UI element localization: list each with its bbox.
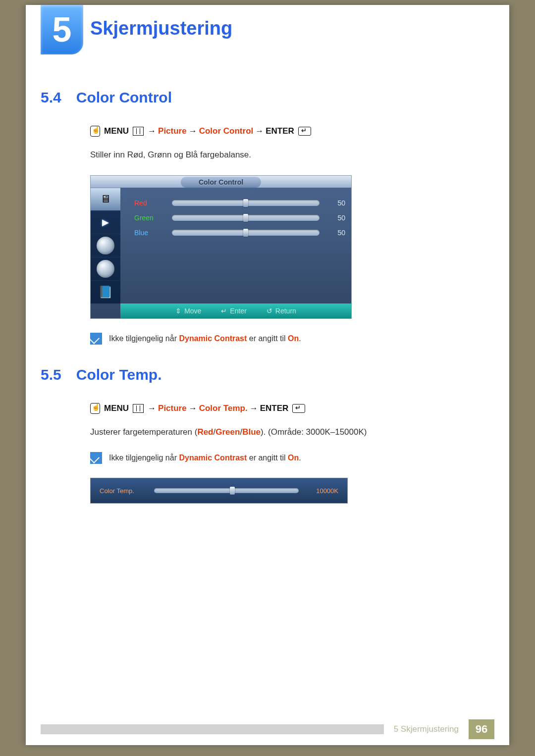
arrow-icon: → [189, 403, 197, 413]
osd-footer-move: Move [175, 307, 201, 315]
osd-color-temp-label: Color Temp. [100, 487, 154, 495]
slider-label-green: Green [134, 214, 164, 222]
slider-label-blue: Blue [134, 229, 164, 237]
chapter-number: 5 [53, 10, 72, 50]
osd-color-temp-value: 10000K [299, 487, 338, 495]
section-description: Stiller inn Rød, Grønn og Blå fargebalan… [90, 149, 484, 161]
desc-green: Green [215, 427, 240, 437]
slider-track-red[interactable] [172, 200, 320, 206]
desc-post: ). (Område: 3000K–15000K) [261, 427, 367, 437]
arrow-icon: → [255, 126, 264, 136]
osd-title: Color Control [181, 177, 261, 188]
arrow-icon: → [148, 126, 156, 136]
screens-icon [133, 127, 144, 136]
slider-track-green[interactable] [172, 215, 320, 221]
round-icon [97, 260, 114, 278]
path-picture: Picture [158, 126, 187, 136]
chapter-badge: 5 [41, 5, 83, 54]
path-enter: ENTER [260, 403, 289, 413]
note-text: Ikke tilgjengelig når Dynamic Contrast e… [109, 452, 301, 464]
note-pre: Ikke tilgjengelig når [109, 454, 179, 462]
desc-blue: Blue [242, 427, 261, 437]
note-5-5: Ikke tilgjengelig når Dynamic Contrast e… [90, 452, 484, 464]
osd-color-temp: Color Temp. 10000K [90, 478, 348, 504]
hand-icon [90, 126, 100, 137]
section-number: 5.4 [41, 89, 61, 106]
section-title: Color Control [76, 89, 172, 106]
arrow-icon: → [250, 403, 258, 413]
section-title: Color Temp. [76, 366, 162, 383]
slider-value-red: 50 [327, 199, 345, 207]
note-icon [90, 333, 102, 345]
note-dynamic-contrast: Dynamic Contrast [179, 334, 247, 343]
path-enter: ENTER [266, 126, 294, 136]
slider-thumb[interactable] [243, 229, 248, 237]
footer-page-number: 96 [469, 719, 494, 739]
slider-row-green: Green 50 [134, 210, 345, 225]
note-5-4: Ikke tilgjengelig når Dynamic Contrast e… [90, 333, 484, 345]
path-color-control: Color Control [199, 126, 254, 136]
path-picture: Picture [158, 403, 187, 413]
note-dynamic-contrast: Dynamic Contrast [179, 454, 247, 462]
osd-tab-input[interactable] [91, 188, 120, 211]
round-icon [97, 237, 114, 254]
note-post: . [299, 334, 301, 343]
screens-icon [133, 404, 144, 413]
osd-color-control: Color Control Red 50 Green 50 [90, 175, 352, 319]
note-icon [90, 452, 102, 464]
slider-value-blue: 50 [327, 229, 345, 237]
note-on: On [288, 334, 299, 343]
arrow-icon: → [148, 403, 156, 413]
note-pre: Ikke tilgjengelig når [109, 334, 179, 343]
path-color-temp: Color Temp. [199, 403, 248, 413]
osd-footer-return: Return [267, 307, 296, 315]
page-footer: 5 Skjermjustering 96 [41, 719, 494, 739]
slider-row-blue: Blue 50 [134, 225, 345, 240]
chapter-title: Skjermjustering [90, 18, 232, 39]
osd-body: Red 50 Green 50 Blue 50 [120, 188, 351, 303]
osd-tab-3[interactable] [91, 234, 120, 257]
note-mid: er angitt til [247, 454, 288, 462]
slider-thumb[interactable] [243, 214, 248, 222]
desc-red: Red [197, 427, 213, 437]
footer-bar [41, 724, 384, 734]
osd-tab-play[interactable] [91, 210, 120, 234]
enter-icon [292, 404, 305, 413]
content: 5.4 Color Control MENU → Picture → Color… [41, 89, 484, 517]
osd-footer: Move Enter Return [120, 303, 351, 318]
note-post: . [299, 454, 301, 462]
note-mid: er angitt til [247, 334, 288, 343]
section-description-5-5: Justerer fargetemperaturen (Red/Green/Bl… [90, 426, 484, 439]
path-menu: MENU [104, 126, 129, 136]
play-icon [102, 217, 109, 228]
note-on: On [288, 454, 299, 462]
osd-tab-4[interactable] [91, 257, 120, 280]
arrow-icon: → [189, 126, 197, 136]
books-icon [98, 285, 113, 299]
slider-thumb[interactable] [243, 199, 248, 207]
slider-thumb[interactable] [230, 487, 235, 495]
osd-left-column [91, 188, 120, 303]
slider-track-blue[interactable] [172, 230, 320, 236]
hand-icon [90, 403, 100, 414]
tv-icon [100, 193, 111, 205]
path-menu: MENU [104, 403, 129, 413]
slider-label-red: Red [134, 199, 164, 207]
osd-footer-enter: Enter [221, 307, 246, 315]
section-heading-5-5: 5.5 Color Temp. [41, 366, 484, 383]
desc-pre: Justerer fargetemperaturen ( [90, 427, 197, 437]
menu-path-5-4: MENU → Picture → Color Control → ENTER [90, 126, 484, 137]
enter-icon [298, 127, 311, 136]
section-number: 5.5 [41, 366, 61, 383]
section-heading-5-4: 5.4 Color Control [41, 89, 484, 106]
slider-value-green: 50 [327, 214, 345, 222]
menu-path-5-5: MENU → Picture → Color Temp. → ENTER [90, 403, 484, 414]
note-text: Ikke tilgjengelig når Dynamic Contrast e… [109, 333, 301, 345]
page: 5 Skjermjustering 5.4 Color Control MENU… [26, 5, 509, 745]
slider-track-color-temp[interactable] [154, 488, 299, 493]
slider-row-red: Red 50 [134, 196, 345, 210]
footer-label: 5 Skjermjustering [389, 724, 464, 734]
osd-tab-books[interactable] [91, 280, 120, 303]
